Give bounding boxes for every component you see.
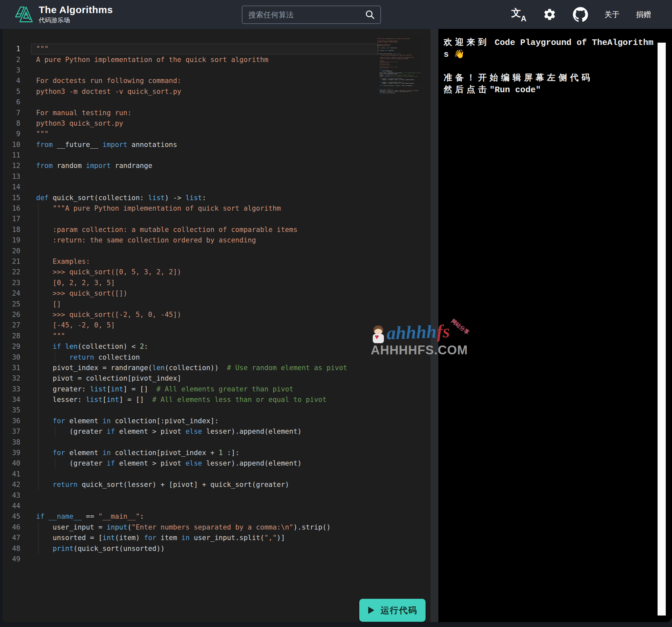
settings-icon[interactable] <box>543 7 556 21</box>
line-number: 7 <box>3 109 20 117</box>
line-number: 17 <box>3 215 20 223</box>
search-icon[interactable] <box>364 9 376 20</box>
code-line: 47 unsorted = [int(item) for item in use… <box>3 532 431 543</box>
code-line: 35 <box>3 405 431 415</box>
code-line: 25 [] <box>3 298 431 309</box>
code-playground-page: { "header": { "title": "The Algorithms",… <box>0 0 672 627</box>
line-number: 40 <box>3 459 20 467</box>
play-icon <box>367 606 375 614</box>
code-line: 16 """A pure Python implementation of qu… <box>3 203 431 214</box>
code-line: 4For doctests run following command: <box>3 75 431 86</box>
terminal-output: 欢迎来到 Code Playground of TheAlgorithms 👋 … <box>443 37 657 96</box>
line-number: 16 <box>3 204 20 212</box>
line-number: 34 <box>3 396 20 404</box>
line-number: 39 <box>3 449 20 457</box>
the-algorithms-logo-icon <box>14 4 33 25</box>
terminal-panel[interactable]: 欢迎来到 Code Playground of TheAlgorithms 👋 … <box>438 29 672 622</box>
line-number: 43 <box>3 491 20 499</box>
line-number: 29 <box>3 342 20 351</box>
terminal-row: s 👋 <box>443 49 657 61</box>
line-number: 35 <box>3 406 20 414</box>
terminal-row <box>443 61 657 72</box>
header-actions: 文A 关于 捐赠 <box>511 0 651 29</box>
app-title: The Algorithms <box>39 4 113 16</box>
nav-about[interactable]: 关于 <box>604 9 620 20</box>
code-line: 2A pure Python implementation of the qui… <box>3 54 431 65</box>
code-line: 39 for element in collection[pivot_index… <box>3 448 431 458</box>
code-line: 7For manual testing run: <box>3 107 431 118</box>
search-input[interactable] <box>242 6 364 23</box>
line-number: 38 <box>3 438 20 446</box>
line-number: 6 <box>3 98 20 106</box>
line-number: 27 <box>3 321 20 329</box>
code-line: 38 <box>3 437 431 447</box>
code-line: 34 lesser: list[int] = [] # All elements… <box>3 394 431 405</box>
line-number: 37 <box>3 428 20 435</box>
code-line: 27 [-45, -2, 0, 5] <box>3 320 431 330</box>
code-line: 40 (greater if element > pivot else less… <box>3 458 431 468</box>
line-number: 23 <box>3 279 20 287</box>
app-subtitle: 代码游乐场 <box>39 16 113 25</box>
run-code-button[interactable]: 运行代码 <box>359 599 426 622</box>
code-line: 13 <box>3 171 431 182</box>
code-line: 11 <box>3 150 431 161</box>
code-line: 8python3 quick_sort.py <box>3 118 431 129</box>
line-number: 48 <box>3 545 20 553</box>
code-line: 3 <box>3 65 431 75</box>
line-number: 47 <box>3 534 20 542</box>
line-number: 21 <box>3 258 20 265</box>
editor-minimap[interactable]: """A pure Python implementation of the q… <box>377 37 429 95</box>
line-number: 41 <box>3 470 20 478</box>
line-number: 31 <box>3 364 20 372</box>
line-number: 4 <box>3 77 20 85</box>
line-number: 10 <box>3 141 20 149</box>
github-icon[interactable] <box>573 7 588 22</box>
line-number: 32 <box>3 375 20 382</box>
code-line: 41 <box>3 469 431 479</box>
line-number: 36 <box>3 417 20 425</box>
line-number: 30 <box>3 353 20 361</box>
code-line: 10from __future__ import annotations <box>3 140 431 150</box>
code-line: 17 <box>3 214 431 224</box>
app-header: The Algorithms 代码游乐场 文A 关于 捐赠 <box>0 0 672 29</box>
code-line: 6 <box>3 97 431 107</box>
terminal-row: 然后点击"Run code" <box>443 84 657 96</box>
line-number: 11 <box>3 151 20 159</box>
line-number: 20 <box>3 247 20 255</box>
code-line: 15def quick_sort(collection: list) -> li… <box>3 192 431 203</box>
code-line: 24 >>> quick_sort([]) <box>3 288 431 298</box>
panel-resize-divider[interactable] <box>431 29 438 622</box>
code-line: 5python3 -m doctest -v quick_sort.py <box>3 86 431 97</box>
line-number: 25 <box>3 300 20 308</box>
line-number: 33 <box>3 385 20 393</box>
code-line: 23 [0, 2, 2, 3, 5] <box>3 278 431 288</box>
code-line: 19 :return: the same collection ordered … <box>3 235 431 245</box>
line-number: 45 <box>3 512 20 521</box>
code-line: 37 (greater if element > pivot else less… <box>3 426 431 437</box>
code-line: 43 <box>3 490 431 500</box>
translate-icon[interactable]: 文A <box>511 7 526 21</box>
code-line: 18 :param collection: a mutable collecti… <box>3 224 431 235</box>
line-number: 8 <box>3 119 20 127</box>
minimap-line <box>377 94 429 95</box>
code-line: 12from random import randrange <box>3 161 431 171</box>
line-number: 28 <box>3 332 20 340</box>
line-number: 13 <box>3 173 20 180</box>
line-number: 24 <box>3 289 20 297</box>
line-number: 19 <box>3 236 20 244</box>
code-line: 49 <box>3 554 431 564</box>
code-line: 28 """ <box>3 331 431 341</box>
editor-lines: 1"""2A pure Python implementation of the… <box>3 44 431 564</box>
line-number: 5 <box>3 88 20 95</box>
code-line: 26 >>> quick_sort([-2, 5, 0, -45]) <box>3 309 431 320</box>
terminal-scrollbar[interactable] <box>657 43 666 616</box>
run-code-label: 运行代码 <box>381 605 417 616</box>
line-number: 22 <box>3 268 20 276</box>
code-line: 14 <box>3 182 431 192</box>
code-line: 20 <box>3 245 431 256</box>
terminal-row: 准备！开始编辑屏幕左侧代码 <box>443 72 657 84</box>
code-editor[interactable]: 1"""2A pure Python implementation of the… <box>3 29 431 622</box>
line-number: 18 <box>3 226 20 234</box>
code-line: 1""" <box>3 44 431 54</box>
nav-donate[interactable]: 捐赠 <box>636 9 651 20</box>
